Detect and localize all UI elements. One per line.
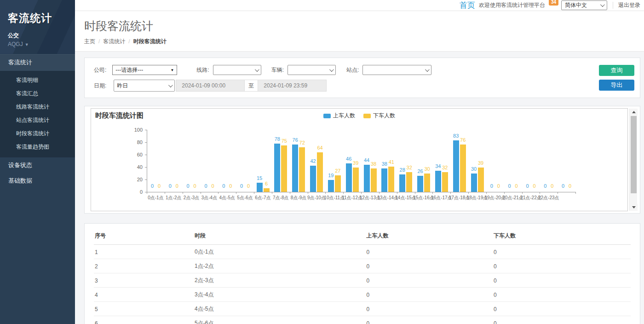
- table-cell: 3: [94, 273, 194, 288]
- bar-value-label: 0: [205, 183, 221, 189]
- sidebar-item-时段客流统计[interactable]: 时段客流统计: [0, 127, 75, 140]
- sidebar-item-客流汇总[interactable]: 客流汇总: [0, 87, 75, 100]
- date-label: 日期:: [94, 82, 106, 90]
- date-to-separator: 至: [245, 80, 258, 92]
- bar-value-label: 32: [402, 165, 417, 170]
- page-header: 时段客流统计 主页/客流统计/时段客流统计: [75, 11, 644, 52]
- date-to-input[interactable]: 2024-01-09 23:59: [258, 80, 327, 92]
- table-cell: 0: [493, 302, 631, 316]
- bar-上车人数: [346, 163, 352, 192]
- bar-下车人数: [371, 168, 377, 192]
- x-axis-tick: [343, 192, 344, 194]
- x-axis-tick: [218, 192, 218, 194]
- bar-下车人数: [317, 152, 323, 192]
- table-cell: 0: [365, 302, 493, 316]
- org-switcher[interactable]: AQGJ▼: [8, 41, 75, 47]
- content: 公司: ---请选择--- ▼ 线路: 车辆: 站点:: [75, 52, 644, 324]
- x-axis-tick: [236, 192, 236, 194]
- x-axis-tick: [522, 192, 523, 194]
- x-axis-tick: [147, 192, 147, 194]
- bar-上车人数: [399, 174, 405, 192]
- bar-value-label: 0: [187, 183, 203, 189]
- table-cell: 3点-4点: [194, 288, 365, 302]
- bar-value-label: 39: [473, 160, 489, 166]
- divider: [613, 2, 613, 9]
- sidebar: 客流统计 公交 AQGJ▼ 客流统计客流明细客流汇总线路客流统计站点客流统计时段…: [0, 0, 75, 324]
- bar-value-label: 41: [384, 159, 399, 165]
- date-preset-select[interactable]: 昨日: [114, 80, 175, 92]
- query-button[interactable]: 查询: [599, 65, 634, 76]
- chevron-down-icon: [255, 67, 259, 72]
- chart-plot-area: 0204060801000点-1点1点-2点2点-3点3点-4点4点-5点5点-…: [91, 109, 627, 211]
- sidebar-section-设备状态[interactable]: 设备状态: [0, 157, 75, 173]
- x-axis-category-label: 1点-2点: [166, 195, 181, 201]
- hourly-flow-chart: 时段车流统计图 上车人数下车人数 0204060801000点-1点1点-2点2…: [91, 108, 628, 211]
- filter-panel: 公司: ---请选择--- ▼ 线路: 车辆: 站点:: [84, 58, 640, 98]
- x-axis-tick: [450, 192, 451, 194]
- bar-下车人数: [442, 172, 448, 192]
- sidebar-section-客流统计[interactable]: 客流统计: [0, 54, 75, 71]
- sidebar-item-客流明细[interactable]: 客流明细: [0, 74, 75, 87]
- y-axis-tick-label: 60: [124, 152, 143, 157]
- chevron-down-icon: [329, 67, 334, 72]
- results-table: 序号时段上车人数下车人数 10点-1点0021点-2点0032点-3点0043点…: [94, 226, 631, 324]
- breadcrumb-link[interactable]: 主页: [84, 38, 95, 45]
- table-cell: 5: [94, 302, 194, 316]
- logout-link[interactable]: 退出登录: [618, 1, 640, 9]
- table-cell: 6: [94, 316, 194, 324]
- table-row: 43点-4点00: [94, 288, 631, 302]
- table-column-header: 上车人数: [365, 226, 493, 245]
- chart-vertical-scrollbar[interactable]: [629, 109, 637, 211]
- date-from-input[interactable]: 2024-01-09 00:00: [176, 80, 245, 92]
- bar-value-label: 0: [491, 183, 506, 189]
- page-title: 时段客流统计: [84, 18, 644, 34]
- table-row: 54点-5点00: [94, 302, 631, 316]
- station-label: 站点:: [346, 66, 359, 74]
- sidebar-item-客流量趋势图[interactable]: 客流量趋势图: [0, 140, 75, 154]
- table-cell: 0: [365, 259, 493, 273]
- language-select[interactable]: 简体中文: [561, 0, 607, 10]
- vehicle-select[interactable]: [288, 65, 336, 75]
- bar-value-label: 27: [330, 168, 345, 174]
- station-select[interactable]: [362, 65, 431, 75]
- export-button[interactable]: 导出: [599, 80, 634, 91]
- x-axis-category-label: 6点-7点: [255, 195, 270, 201]
- bar-value-label: 32: [437, 165, 453, 170]
- breadcrumb-link[interactable]: 客流统计: [103, 38, 125, 45]
- x-axis-tick: [468, 192, 469, 194]
- language-select-value: 简体中文: [565, 1, 587, 9]
- x-axis-tick: [254, 192, 254, 194]
- x-axis-tick: [201, 192, 201, 194]
- y-axis-tick-label: 20: [124, 177, 143, 182]
- sidebar-section-基础数据[interactable]: 基础数据: [0, 173, 75, 189]
- bar-下车人数: [353, 168, 359, 192]
- bar-下车人数: [335, 175, 341, 192]
- table-cell: 0: [493, 273, 631, 288]
- x-axis-tick: [432, 192, 433, 194]
- table-cell: 0: [493, 288, 631, 302]
- home-link[interactable]: 首页: [460, 0, 475, 11]
- y-axis-tick: [145, 155, 147, 155]
- scroll-up-arrow-icon[interactable]: [630, 109, 638, 116]
- scroll-down-arrow-icon[interactable]: [630, 204, 638, 211]
- bar-value-label: 30: [420, 166, 435, 172]
- company-select[interactable]: ---请选择--- ▼: [112, 65, 177, 75]
- sidebar-item-线路客流统计[interactable]: 线路客流统计: [0, 100, 75, 114]
- x-axis-tick: [379, 192, 380, 194]
- table-row: 32点-3点00: [94, 273, 631, 288]
- notification-badge: 34: [549, 0, 558, 6]
- y-axis-tick-label: 40: [124, 164, 143, 170]
- scrollbar-thumb[interactable]: [631, 116, 637, 193]
- x-axis-tick: [308, 192, 308, 194]
- x-axis-tick: [558, 192, 558, 194]
- x-axis-category-label: 4点-5点: [219, 195, 235, 201]
- bar-value-label: 6: [259, 181, 274, 186]
- bar-value-label: 64: [312, 145, 328, 150]
- bar-上车人数: [381, 168, 387, 192]
- line-select[interactable]: [213, 65, 261, 75]
- bar-value-label: 39: [348, 160, 363, 166]
- vehicle-label: 车辆:: [271, 66, 284, 74]
- sidebar-item-站点客流统计[interactable]: 站点客流统计: [0, 114, 75, 127]
- bar-value-label: 0: [544, 183, 560, 189]
- bar-上车人数: [274, 144, 280, 192]
